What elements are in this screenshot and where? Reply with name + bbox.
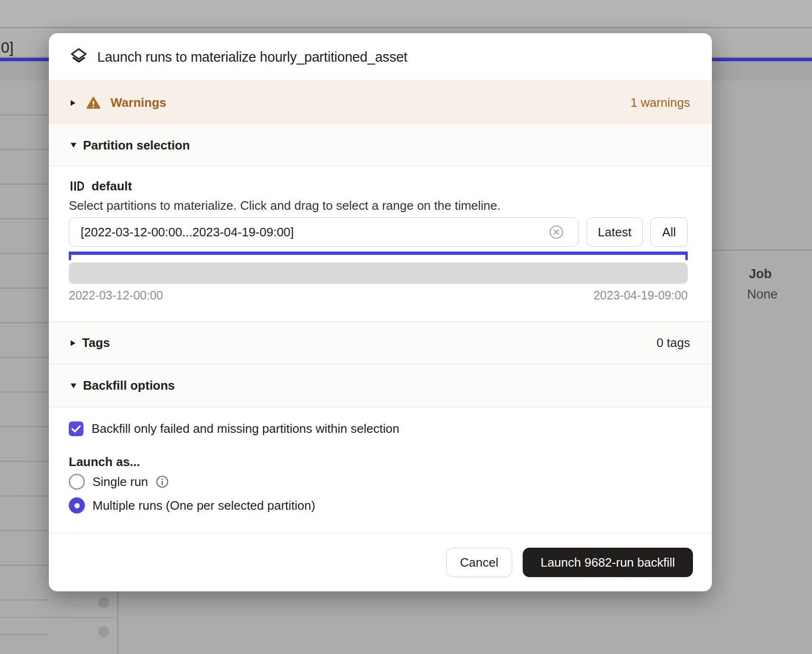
- info-circle-icon[interactable]: [155, 475, 169, 489]
- cancel-button[interactable]: Cancel: [446, 548, 512, 577]
- dialog-footer: Cancel Launch 9682-run backfill: [49, 533, 712, 591]
- timeline-selection-start-tick: [69, 252, 71, 260]
- warning-triangle-icon: [86, 95, 101, 111]
- background-toolbar-band: [0, 0, 812, 28]
- dialog-header: Launch runs to materialize hourly_partit…: [49, 33, 712, 81]
- background-clipped-input-text: 0]: [1, 39, 14, 56]
- partition-dimension-row: default: [69, 176, 132, 196]
- partition-range-input[interactable]: [69, 217, 579, 247]
- chevron-down-icon: [71, 143, 76, 148]
- launch-backfill-dialog: Launch runs to materialize hourly_partit…: [49, 33, 712, 591]
- background-job-column-header: Job: [749, 267, 772, 281]
- timeline-start-label: 2022-03-12-00:00: [69, 289, 163, 302]
- screen: 0] Job None Launch runs to materialize h…: [0, 0, 812, 654]
- launch-as-label: Launch as...: [69, 455, 140, 469]
- background-status-dot: [98, 626, 109, 637]
- radio-selected-icon[interactable]: [69, 497, 85, 514]
- warnings-section-toggle[interactable]: Warnings 1 warnings: [49, 81, 712, 124]
- timeline-selection-end-tick: [685, 252, 688, 260]
- background-row-divider: [0, 617, 117, 618]
- radio-single-run[interactable]: Single run: [69, 474, 169, 490]
- partition-columns-icon: [69, 178, 84, 194]
- partition-set-name: default: [92, 179, 132, 194]
- radio-unselected-icon[interactable]: [69, 474, 85, 490]
- chevron-right-icon: [71, 100, 75, 106]
- backfill-options-toggle[interactable]: Backfill options: [49, 364, 712, 407]
- latest-button[interactable]: Latest: [587, 217, 643, 247]
- asset-layers-icon: [70, 47, 88, 67]
- tags-count: 0 tags: [656, 336, 690, 350]
- radio-label: Multiple runs (One per selected partitio…: [92, 498, 315, 513]
- timeline-end-label: 2023-04-19-09:00: [593, 289, 688, 302]
- tags-header: Tags: [82, 336, 110, 350]
- all-button[interactable]: All: [650, 217, 688, 247]
- backfill-only-failed-checkbox-row[interactable]: Backfill only failed and missing partiti…: [69, 421, 399, 436]
- background-table-border: [712, 250, 812, 251]
- timeline-date-labels: 2022-03-12-00:00 2023-04-19-09:00: [69, 289, 688, 302]
- timeline-partition-bar[interactable]: [69, 262, 688, 284]
- partition-selection-header: Partition selection: [83, 138, 190, 153]
- background-table-row-lines: [0, 81, 49, 654]
- tags-section-toggle[interactable]: Tags 0 tags: [49, 321, 712, 364]
- launch-backfill-button[interactable]: Launch 9682-run backfill: [523, 548, 693, 577]
- timeline-selection-range[interactable]: [69, 252, 688, 255]
- chevron-right-icon: [71, 340, 75, 346]
- warnings-label: Warnings: [111, 95, 166, 110]
- background-column-divider: [117, 591, 119, 654]
- radio-label: Single run: [92, 475, 148, 489]
- partition-instructions: Select partitions to materialize. Click …: [69, 198, 500, 213]
- checkbox-checked-icon[interactable]: [69, 421, 83, 436]
- dialog-title: Launch runs to materialize hourly_partit…: [97, 49, 407, 65]
- background-status-dot: [98, 597, 109, 608]
- partition-selection-toggle[interactable]: Partition selection: [49, 124, 712, 167]
- clear-circle-x-icon[interactable]: [548, 224, 565, 241]
- chevron-down-icon: [71, 383, 76, 388]
- warnings-count: 1 warnings: [630, 95, 690, 110]
- background-job-column-value: None: [747, 287, 778, 302]
- checkbox-label: Backfill only failed and missing partiti…: [92, 421, 399, 436]
- radio-multiple-runs[interactable]: Multiple runs (One per selected partitio…: [69, 497, 315, 514]
- backfill-options-header: Backfill options: [83, 378, 175, 393]
